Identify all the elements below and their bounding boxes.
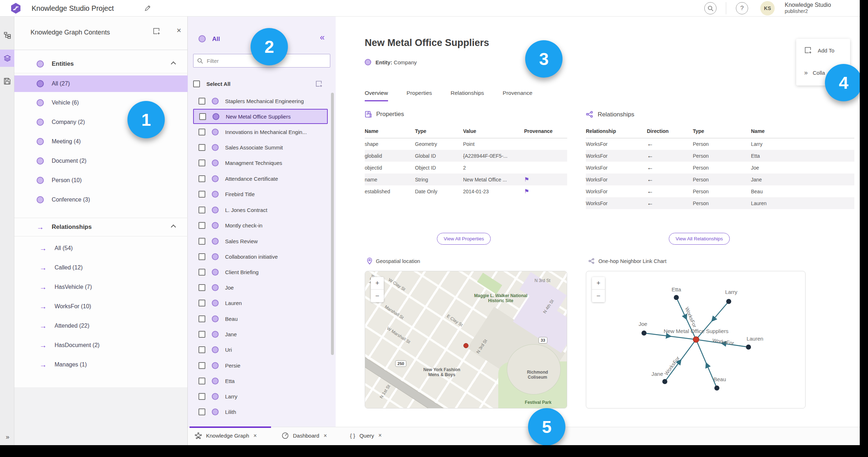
avatar[interactable]: KS	[760, 1, 775, 15]
node-lauren[interactable]	[746, 345, 751, 350]
list-item[interactable]: Joe	[193, 280, 328, 295]
sidebar-item-hasdocument[interactable]: → HasDocument (2)	[14, 337, 188, 354]
sidebar-item-hasvehicle[interactable]: → HasVehicle (7)	[14, 279, 188, 295]
provenance-flag-icon[interactable]: ⚑	[524, 188, 529, 194]
tab-properties[interactable]: Properties	[407, 90, 432, 101]
help-button[interactable]: ?	[736, 2, 748, 14]
list-scrollbar[interactable]	[331, 93, 334, 355]
list-item[interactable]: Managment Techniques	[193, 155, 328, 170]
search-button[interactable]	[704, 2, 717, 14]
close-tab-icon[interactable]: ×	[323, 433, 327, 439]
list-item[interactable]: Attendance Certificate	[193, 171, 328, 186]
close-tab-icon[interactable]: ×	[253, 433, 257, 439]
item-checkbox[interactable]	[199, 315, 205, 322]
expand-rail-button[interactable]: »	[0, 430, 14, 444]
tab-dashboard[interactable]: Dashboard ×	[282, 432, 327, 439]
node-larry[interactable]	[726, 299, 731, 304]
item-checkbox[interactable]	[199, 284, 205, 291]
list-item[interactable]: Lauren	[193, 295, 328, 310]
relationship-link[interactable]: WorksFor	[586, 150, 647, 162]
entity-link[interactable]: Joe	[751, 162, 854, 174]
relationship-link[interactable]: WorksFor	[586, 174, 647, 185]
collapse-list-panel-icon[interactable]: «	[320, 32, 325, 42]
item-checkbox[interactable]	[199, 300, 205, 306]
item-checkbox[interactable]	[199, 269, 205, 276]
list-item[interactable]: Montly check-in	[193, 218, 328, 233]
zoom-in-button[interactable]: +	[371, 277, 384, 290]
tab-relationships[interactable]: Relationships	[451, 90, 484, 101]
item-checkbox[interactable]	[199, 238, 205, 245]
sidebar-item-person[interactable]: Person (10)	[14, 172, 188, 189]
list-item[interactable]: Staplers Mechanical Engineering	[193, 93, 328, 109]
list-item[interactable]: Jane	[193, 327, 328, 342]
select-all-row[interactable]: Select All	[193, 76, 328, 91]
entities-section-header[interactable]: Entities	[14, 55, 188, 73]
item-checkbox[interactable]	[199, 346, 205, 353]
item-checkbox[interactable]	[199, 98, 205, 105]
sidebar-item-entities-all[interactable]: All (27)	[14, 75, 188, 92]
sidebar-item-attended[interactable]: → Attended (22)	[14, 318, 188, 334]
contents-tool-button[interactable]	[0, 50, 14, 67]
sidebar-item-vehicle[interactable]: Vehicle (6)	[14, 94, 188, 111]
list-item[interactable]: Firebird Title	[193, 186, 328, 202]
entity-link[interactable]: Lauren	[751, 197, 854, 209]
add-to-menu-item[interactable]: Add To	[796, 42, 850, 58]
entity-link[interactable]: Etta	[751, 150, 854, 162]
provenance-flag-icon[interactable]: ⚑	[524, 176, 529, 183]
list-item[interactable]: Sales Associate Summit	[193, 140, 328, 155]
list-item[interactable]: L. Jones Contract	[193, 202, 328, 217]
add-selection-to-map-icon[interactable]	[315, 80, 323, 88]
list-item-selected[interactable]: New Metal Office Suppliers	[193, 109, 328, 124]
item-checkbox[interactable]	[199, 253, 205, 260]
entity-link[interactable]: Beau	[751, 185, 854, 197]
edit-title-icon[interactable]	[144, 4, 151, 12]
sidebar-item-worksfor[interactable]: → WorksFor (10)	[14, 298, 188, 315]
tab-overview[interactable]: Overview	[365, 90, 388, 101]
view-all-properties-button[interactable]: View All Properties	[437, 233, 491, 245]
zoom-out-button[interactable]: −	[371, 290, 384, 302]
item-checkbox[interactable]	[199, 175, 205, 182]
item-checkbox[interactable]	[199, 113, 206, 120]
relationship-link[interactable]: WorksFor	[586, 185, 647, 197]
node-joe[interactable]	[641, 331, 647, 336]
item-checkbox[interactable]	[199, 222, 205, 229]
sidebar-item-called[interactable]: → Called (12)	[14, 259, 188, 276]
collapse-entities-icon[interactable]	[171, 61, 176, 66]
list-item[interactable]: Lilith	[193, 404, 328, 419]
node-beau[interactable]	[714, 386, 719, 391]
relationship-link[interactable]: WorksFor	[586, 162, 647, 174]
add-to-new-icon[interactable]	[153, 27, 160, 35]
relationships-section-header[interactable]: → Relationships	[14, 218, 188, 236]
item-checkbox[interactable]	[199, 160, 205, 166]
list-item[interactable]: Etta	[193, 373, 328, 388]
list-item[interactable]: Persie	[193, 358, 328, 373]
list-item[interactable]: Larry	[193, 389, 328, 404]
list-item[interactable]: Collaboration initiative	[193, 249, 328, 264]
tab-query[interactable]: { } Query ×	[350, 432, 382, 439]
zoom-out-button[interactable]: −	[592, 290, 605, 302]
save-tool-button[interactable]	[0, 73, 14, 90]
item-checkbox[interactable]	[199, 378, 205, 384]
sidebar-item-conference[interactable]: Conference (3)	[14, 191, 188, 208]
item-checkbox[interactable]	[199, 408, 205, 415]
list-item[interactable]: Beau	[193, 311, 328, 326]
relationship-link[interactable]: WorksFor	[586, 138, 647, 150]
item-checkbox[interactable]	[199, 144, 205, 151]
node-etta[interactable]	[674, 295, 679, 300]
collapse-relationships-icon[interactable]	[171, 225, 176, 230]
item-checkbox[interactable]	[199, 393, 205, 400]
node-jane[interactable]	[662, 379, 667, 384]
item-checkbox[interactable]	[199, 191, 205, 198]
map-canvas[interactable]: k Rd W Clay St N 3rd St Maggie L. Walker…	[365, 271, 567, 408]
sidebar-item-document[interactable]: Document (2)	[14, 153, 188, 169]
tab-knowledge-graph[interactable]: Knowledge Graph ×	[195, 432, 257, 439]
node-center[interactable]	[693, 337, 699, 342]
item-checkbox[interactable]	[199, 129, 205, 135]
schema-tool-button[interactable]	[0, 27, 14, 44]
list-item[interactable]: Client Briefing	[193, 264, 328, 280]
relationship-link[interactable]: WorksFor	[586, 197, 647, 209]
item-checkbox[interactable]	[199, 362, 205, 369]
link-chart-canvas[interactable]: Etta Larry Joe Lauren Jane Beau New Meta…	[586, 271, 806, 408]
list-item[interactable]: Innovations in Mechanical Engin...	[193, 124, 328, 139]
item-checkbox[interactable]	[199, 207, 205, 213]
